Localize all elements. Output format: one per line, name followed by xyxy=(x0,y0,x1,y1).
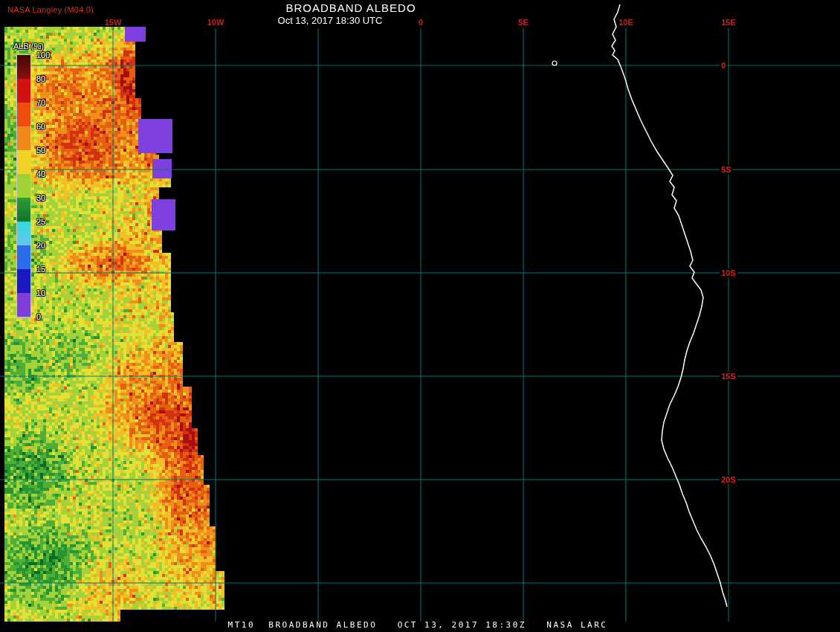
legend-cell xyxy=(17,55,30,79)
legend-tick-label: 80 xyxy=(36,74,45,83)
legend-tick-label: 60 xyxy=(36,122,45,131)
legend-tick-label: 40 xyxy=(36,170,45,178)
legend-cell xyxy=(17,222,30,245)
legend-tick-label: 25 xyxy=(36,217,45,226)
legend-tick-label: 100 xyxy=(36,51,50,59)
colorbar-legend: ALB (%) 100807060504030252015100 xyxy=(12,42,44,317)
legend-tick-label: 0 xyxy=(36,312,41,321)
legend-cell xyxy=(17,103,30,126)
legend-tick-label: 20 xyxy=(36,241,45,250)
footer-caption: MT10 BROADBAND ALBEDO OCT 13, 2017 18:30… xyxy=(228,620,608,630)
timestamp-label: Oct 13, 2017 18:30 UTC xyxy=(278,15,383,26)
legend-cell xyxy=(17,293,30,317)
legend-tick-label: 70 xyxy=(36,98,45,107)
page-title: BROADBAND ALBEDO xyxy=(285,1,416,14)
albedo-map-viewer: NASA Langley (M04.0) BROADBAND ALBEDO Oc… xyxy=(0,0,840,632)
grid-lines xyxy=(0,28,840,622)
legend-cell xyxy=(17,150,30,174)
legend-cell xyxy=(17,79,30,103)
legend-title: ALB (%) xyxy=(13,42,44,51)
island xyxy=(552,61,557,65)
legend-cell xyxy=(17,174,30,198)
legend-tick-label: 50 xyxy=(36,146,45,155)
legend-colorbar: 100807060504030252015100 xyxy=(16,54,31,317)
legend-cell xyxy=(17,126,30,150)
coastline xyxy=(612,4,727,607)
legend-cell xyxy=(17,198,30,222)
legend-cell xyxy=(17,269,30,293)
legend-tick-label: 15 xyxy=(36,265,45,274)
legend-tick-label: 10 xyxy=(36,288,45,297)
map-overlay xyxy=(0,0,840,632)
legend-tick-label: 30 xyxy=(36,193,45,202)
legend-cell xyxy=(17,245,30,269)
source-version-label: NASA Langley (M04.0) xyxy=(7,5,94,14)
